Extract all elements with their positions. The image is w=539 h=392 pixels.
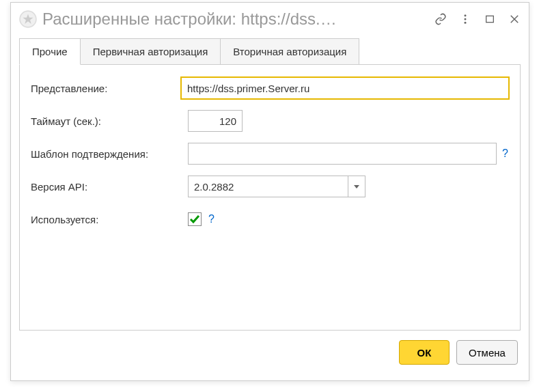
titlebar: Расширенные настройки: https://dss.…	[11, 3, 529, 36]
tab-other[interactable]: Прочие	[19, 38, 81, 65]
label-timeout: Таймаут (сек.):	[31, 115, 188, 127]
row-representation: Представление:	[31, 77, 509, 99]
label-used: Используется:	[31, 214, 188, 225]
row-api-version: Версия API:	[31, 176, 509, 197]
tab-content: Представление: Таймаут (сек.): Шаблон по…	[19, 64, 521, 331]
close-icon[interactable]	[508, 13, 521, 25]
svg-rect-4	[486, 16, 494, 22]
help-template[interactable]: ?	[502, 148, 508, 160]
label-api-version: Версия API:	[31, 181, 188, 193]
input-representation[interactable]	[181, 77, 509, 99]
ok-button[interactable]: ОК	[399, 340, 450, 365]
label-template: Шаблон подтверждения:	[31, 148, 188, 160]
input-template[interactable]	[188, 143, 497, 165]
svg-point-3	[465, 22, 467, 24]
dialog-window: Расширенные настройки: https://dss.…	[10, 2, 529, 381]
titlebar-controls	[434, 13, 521, 25]
cancel-button[interactable]: Отмена	[456, 340, 518, 365]
input-timeout[interactable]	[188, 110, 243, 132]
dropdown-button[interactable]	[348, 176, 365, 197]
tab-primary-auth[interactable]: Первичная авторизация	[80, 38, 221, 65]
row-timeout: Таймаут (сек.):	[31, 110, 509, 132]
tab-secondary-auth[interactable]: Вторичная авторизация	[220, 38, 359, 65]
help-used[interactable]: ?	[208, 213, 215, 225]
link-icon[interactable]	[434, 13, 447, 25]
kebab-menu-icon[interactable]	[459, 13, 471, 25]
label-representation: Представление:	[31, 83, 181, 94]
star-icon[interactable]	[19, 10, 37, 28]
row-template: Шаблон подтверждения: ?	[31, 143, 509, 165]
window-title: Расширенные настройки: https://dss.…	[42, 10, 429, 29]
tabs: Прочие Первичная авторизация Вторичная а…	[19, 38, 529, 65]
checkbox-used[interactable]	[188, 212, 202, 226]
row-used: Используется: ?	[31, 208, 509, 230]
maximize-icon[interactable]	[484, 13, 496, 25]
svg-point-2	[465, 18, 467, 20]
select-api-version[interactable]	[188, 176, 365, 197]
footer: ОК Отмена	[11, 331, 529, 374]
input-api-version[interactable]	[188, 176, 348, 197]
svg-point-1	[465, 14, 467, 16]
